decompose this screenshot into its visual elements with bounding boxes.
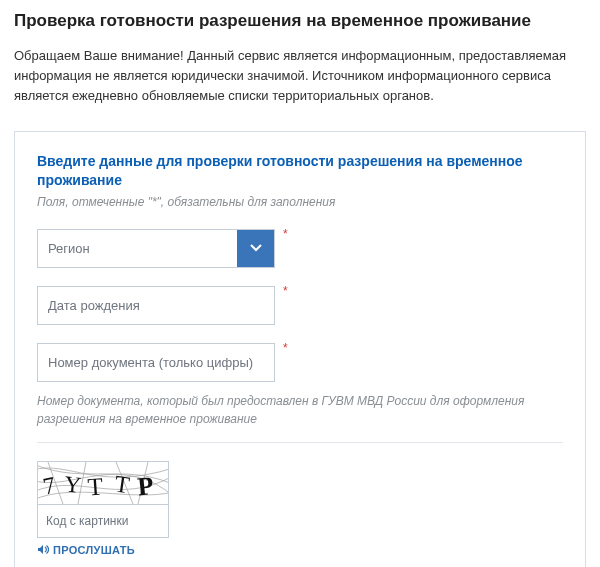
document-number-input[interactable] — [38, 344, 274, 381]
page-title: Проверка готовности разрешения на времен… — [14, 10, 586, 32]
required-star: * — [283, 341, 288, 355]
listen-label: ПРОСЛУШАТЬ — [53, 544, 135, 556]
svg-text:Y: Y — [63, 471, 83, 498]
speaker-icon — [37, 544, 49, 555]
form-heading: Введите данные для проверки готовности р… — [37, 152, 563, 191]
required-star: * — [283, 284, 288, 298]
dob-input[interactable] — [38, 287, 274, 324]
region-select-toggle[interactable] — [237, 230, 274, 267]
required-star: * — [283, 227, 288, 241]
svg-text:T: T — [87, 472, 104, 500]
region-select[interactable] — [37, 229, 275, 268]
region-select-label[interactable] — [38, 230, 237, 267]
captcha-input[interactable] — [38, 504, 168, 537]
docnum-field-wrap — [37, 343, 275, 382]
form-separator — [37, 442, 563, 443]
intro-text: Обращаем Ваше внимание! Данный сервис яв… — [14, 46, 586, 106]
listen-captcha-link[interactable]: ПРОСЛУШАТЬ — [37, 544, 135, 556]
document-number-help: Номер документа, который был предоставле… — [37, 392, 563, 428]
dob-field-row: * — [37, 286, 563, 325]
captcha-image: 7 Y T T P — [38, 462, 168, 504]
dob-field-wrap — [37, 286, 275, 325]
required-fields-hint: Поля, отмеченные "*", обязательны для за… — [37, 195, 563, 209]
captcha-frame: 7 Y T T P — [37, 461, 169, 538]
captcha-block: 7 Y T T P ПРОСЛУШАТЬ — [37, 461, 563, 560]
chevron-down-icon — [250, 244, 262, 252]
docnum-field-row: * — [37, 343, 563, 382]
check-form: Введите данные для проверки готовности р… — [14, 131, 586, 567]
region-field-row: * — [37, 229, 563, 268]
svg-text:P: P — [136, 471, 155, 502]
